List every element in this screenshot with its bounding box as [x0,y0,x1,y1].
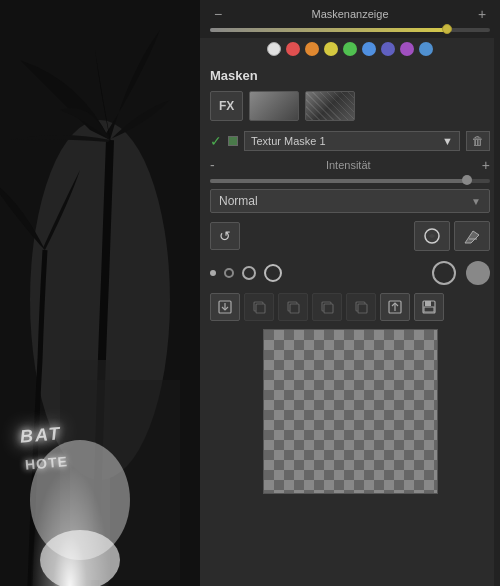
svg-rect-22 [424,307,434,312]
mask-delete-button[interactable]: 🗑 [466,131,490,151]
checkerboard-bg [263,329,438,494]
eraser-icon [463,227,481,245]
fx-thumbnail-2[interactable] [305,91,355,121]
copy4-icon [353,299,369,315]
import-icon [217,299,233,315]
svg-rect-11 [256,304,265,313]
maskenanzeige-slider-fill [210,28,448,32]
brush-xlarge-dot[interactable] [264,264,282,282]
intensity-slider-thumb[interactable] [462,175,472,185]
color-dot-purple[interactable] [400,42,414,56]
brush-preview-filled [466,261,490,285]
mask-preview [263,329,438,494]
hotel-sign-text: BAT [19,423,62,448]
top-bar: − Maskenanzeige + [200,0,500,38]
import-mask-button[interactable] [210,293,240,321]
top-bar-header: − Maskenanzeige + [210,6,490,22]
bottom-icon-row [210,293,490,321]
copy-mask-button-1[interactable] [244,293,274,321]
paint-icon [423,227,441,245]
fx-thumbnail-1[interactable] [249,91,299,121]
blend-mode-label: Normal [219,194,258,208]
intensity-label: Intensität [221,159,476,171]
fx-row: FX [210,91,490,121]
brush-size-row [210,257,490,289]
undo-button[interactable]: ↺ [210,222,240,250]
svg-rect-15 [324,304,333,313]
color-dot-blue[interactable] [362,42,376,56]
export-mask-button[interactable] [380,293,410,321]
blend-mode-arrow-icon: ▼ [471,196,481,207]
save-icon [421,299,437,315]
color-dot-dark-blue[interactable] [381,42,395,56]
undo-icon: ↺ [219,228,231,244]
intensity-minus-btn[interactable]: - [210,157,215,173]
mask-color-indicator [228,136,238,146]
eraser-tool-button[interactable] [454,221,490,251]
save-mask-button[interactable] [414,293,444,321]
image-background: BAT HOTE [0,0,200,586]
brush-small-dot[interactable] [210,270,216,276]
copy-mask-button-4[interactable] [346,293,376,321]
intensity-slider-row [210,179,490,189]
copy2-icon [285,299,301,315]
color-dot-green[interactable] [343,42,357,56]
brush-preview-outline [432,261,456,285]
image-panel: BAT HOTE [0,0,200,586]
mask-row: ✓ Textur Maske 1 ▼ 🗑 [210,131,490,151]
mask-dropdown-arrow: ▼ [442,135,453,147]
color-dots-row [200,38,500,60]
masken-section-title: Masken [210,68,490,83]
top-bar-plus-btn[interactable]: + [474,6,490,22]
mask-name-label: Textur Maske 1 [251,135,326,147]
scrollbar-thumb[interactable] [495,10,499,50]
maskenanzeige-slider-thumb[interactable] [442,24,452,34]
light-glow [30,466,110,586]
intensity-row: - Intensität + [210,157,490,173]
color-dot-light-blue[interactable] [419,42,433,56]
copy-mask-button-3[interactable] [312,293,342,321]
top-bar-minus-btn[interactable]: − [210,6,226,22]
copy1-icon [251,299,267,315]
brush-medium-dot-1[interactable] [224,268,234,278]
mask-check-icon[interactable]: ✓ [210,133,222,149]
copy3-icon [319,299,335,315]
intensity-slider-track[interactable] [210,179,490,183]
right-panel: − Maskenanzeige + Masken FX ✓ [200,0,500,586]
maskenanzeige-slider-track[interactable] [210,28,490,32]
intensity-plus-btn[interactable]: + [482,157,490,173]
color-dot-yellow[interactable] [324,42,338,56]
intensity-slider-fill [210,179,468,183]
paint-tool-button[interactable] [414,221,450,251]
export-icon [387,299,403,315]
blend-mode-dropdown[interactable]: Normal ▼ [210,189,490,213]
brush-large-dot[interactable] [242,266,256,280]
svg-rect-13 [290,304,299,313]
mask-name-dropdown[interactable]: Textur Maske 1 ▼ [244,131,460,151]
top-bar-title: Maskenanzeige [226,8,474,20]
fx-button[interactable]: FX [210,91,243,121]
copy-mask-button-2[interactable] [278,293,308,321]
masken-section: Masken FX ✓ Textur Maske 1 ▼ 🗑 - Intensi… [200,60,500,502]
svg-rect-21 [425,301,431,306]
color-dot-white[interactable] [267,42,281,56]
color-dot-red[interactable] [286,42,300,56]
color-dot-orange[interactable] [305,42,319,56]
svg-rect-17 [358,304,367,313]
tool-row: ↺ [210,221,490,251]
